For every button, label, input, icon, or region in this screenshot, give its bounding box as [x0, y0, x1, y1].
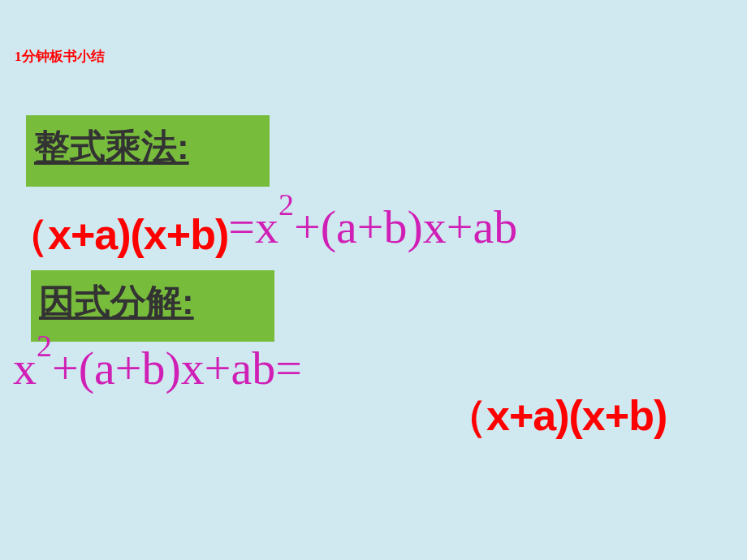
factorization-label-box: 因式分解: [31, 270, 274, 342]
header-note: 1分钟板书小结 [15, 47, 105, 66]
factorization-formula: x2+(a+b)x+ab= [13, 339, 302, 395]
multiplication-formula: （x+a)(x+b)=x2+(a+b)x+ab [6, 205, 517, 264]
multiplication-rhs: =x2+(a+b)x+ab [228, 200, 517, 253]
multiplication-label: 整式乘法: [34, 127, 189, 166]
factorization-rhs: （x+a)(x+b) [445, 388, 667, 445]
factorization-lhs: x2+(a+b)x+ab= [13, 342, 302, 394]
factorization-label: 因式分解: [39, 282, 194, 321]
multiplication-label-box: 整式乘法: [26, 115, 270, 187]
multiplication-lhs: （x+a)(x+b) [6, 211, 228, 258]
